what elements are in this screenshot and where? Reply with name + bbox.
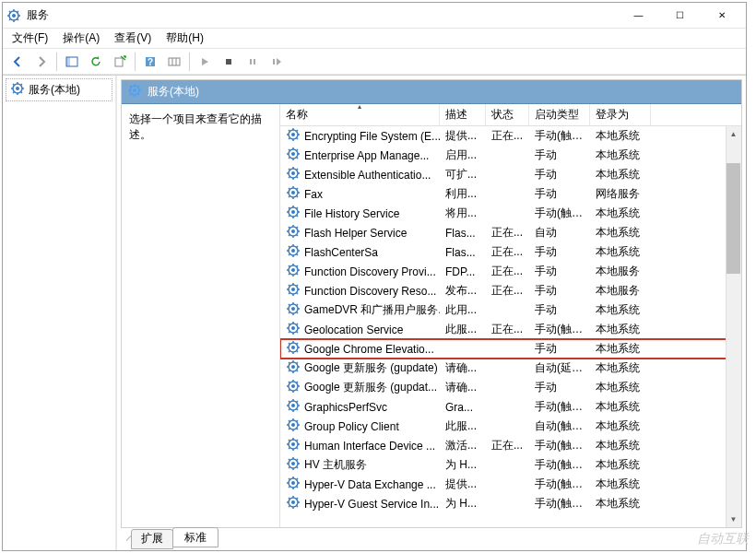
menu-help[interactable]: 帮助(H): [159, 29, 211, 48]
service-startup: 手动(触发...: [529, 399, 590, 415]
gear-icon: [286, 282, 301, 300]
table-row[interactable]: Google 更新服务 (gupdate)请确...自动(延迟...本地系统: [280, 359, 741, 378]
column-header-status[interactable]: 状态: [486, 104, 529, 125]
service-startup: 手动: [529, 167, 590, 182]
service-logon: 网络服务: [590, 186, 651, 202]
gear-icon: [286, 185, 301, 203]
refresh-button[interactable]: [85, 51, 107, 73]
scroll-thumb[interactable]: [726, 163, 740, 274]
restart-service-button[interactable]: [266, 51, 288, 73]
column-header-logon[interactable]: 登录为: [590, 104, 651, 125]
service-startup: 手动(触发...: [529, 457, 590, 473]
service-status: 正在...: [486, 225, 529, 241]
service-logon: 本地服务: [590, 283, 651, 299]
table-row[interactable]: Geolocation Service此服...正在...手动(触发...本地系…: [280, 320, 741, 339]
service-status: 正在...: [486, 438, 529, 453]
back-button[interactable]: [6, 51, 29, 73]
table-row[interactable]: FlashCenterSaFlas...正在...手动本地系统: [280, 242, 741, 262]
table-row[interactable]: Extensible Authenticatio...可扩...手动本地系统: [280, 165, 741, 184]
app-icon: [6, 8, 21, 23]
table-row[interactable]: HV 主机服务为 H...手动(触发...本地系统: [280, 455, 741, 475]
export-button[interactable]: [109, 51, 131, 73]
description-prompt: 选择一个项目来查看它的描述。: [129, 112, 272, 143]
service-description: 请确...: [440, 380, 486, 395]
menu-view[interactable]: 查看(V): [107, 29, 159, 48]
service-name: Function Discovery Reso...: [304, 285, 436, 298]
pause-service-button[interactable]: [242, 51, 264, 73]
service-logon: 本地系统: [590, 341, 651, 357]
service-startup: 手动(触发...: [529, 322, 590, 337]
table-row[interactable]: Flash Helper ServiceFlas...正在...自动本地系统: [280, 223, 741, 242]
svg-rect-12: [115, 58, 123, 66]
description-panel: 选择一个项目来查看它的描述。: [122, 104, 280, 527]
service-name: Group Policy Client: [304, 420, 399, 433]
service-startup: 手动: [529, 244, 590, 260]
table-row[interactable]: Group Policy Client此服...自动(触发...本地系统: [280, 417, 741, 436]
menu-action[interactable]: 操作(A): [55, 29, 107, 48]
menubar: 文件(F) 操作(A) 查看(V) 帮助(H): [3, 29, 746, 49]
table-row[interactable]: Google Chrome Elevatio...手动本地系统: [280, 339, 741, 359]
tab-standard[interactable]: 标准: [172, 527, 219, 547]
gear-icon: [127, 83, 142, 100]
table-row[interactable]: Google 更新服务 (gupdat...请确...手动本地系统: [280, 378, 741, 397]
gear-icon: [286, 127, 301, 145]
table-row[interactable]: Encrypting File System (E...提供...正在...手动…: [280, 126, 741, 146]
table-row[interactable]: Hyper-V Data Exchange ...提供...手动(触发...本地…: [280, 475, 741, 494]
service-logon: 本地系统: [590, 128, 651, 144]
table-row[interactable]: Hyper-V Guest Service In...为 H...手动(触发..…: [280, 494, 741, 513]
content-area: 服务(本地) 服务(本地) 选择一个项目来查看它的描述。 名称▴ 描述: [3, 75, 746, 550]
columns-button[interactable]: [163, 51, 185, 73]
tree-item-label: 服务(本地): [29, 82, 80, 98]
stop-service-button[interactable]: [218, 51, 240, 73]
forward-button[interactable]: [30, 51, 53, 73]
titlebar: 服务 — ☐ ✕: [3, 3, 746, 29]
table-row[interactable]: GameDVR 和广播用户服务...此用...手动本地系统: [280, 300, 741, 320]
service-description: 请确...: [440, 360, 486, 376]
column-header-name[interactable]: 名称▴: [280, 104, 440, 125]
table-row[interactable]: Function Discovery Reso...发布...正在...手动本地…: [280, 281, 741, 300]
gear-icon: [286, 301, 301, 319]
service-description: 提供...: [440, 128, 486, 144]
table-row[interactable]: Enterprise App Manage...启用...手动本地系统: [280, 146, 741, 165]
gear-icon: [286, 495, 301, 512]
svg-rect-20: [254, 59, 255, 65]
table-row[interactable]: GraphicsPerfSvcGra...手动(触发...本地系统: [280, 397, 741, 417]
service-status: 正在...: [486, 264, 529, 279]
tree-item-services-local[interactable]: 服务(本地): [6, 78, 112, 101]
service-startup: 手动: [529, 341, 590, 357]
list-body[interactable]: ▲ ▼ Encrypting File System (E...提供...正在.…: [280, 126, 741, 527]
service-name: Fax: [304, 188, 323, 201]
service-status: 正在...: [486, 128, 529, 144]
toolbar-separator: [189, 53, 190, 71]
scroll-down-button[interactable]: ▼: [726, 512, 741, 527]
service-description: 发布...: [440, 283, 486, 299]
maximize-button[interactable]: ☐: [659, 4, 701, 28]
service-name: Function Discovery Provi...: [304, 265, 436, 278]
service-name: Hyper-V Guest Service In...: [304, 498, 439, 511]
gear-icon: [286, 418, 301, 435]
minimize-button[interactable]: —: [618, 4, 659, 28]
service-logon: 本地系统: [590, 206, 651, 221]
table-row[interactable]: Function Discovery Provi...FDP...正在...手动…: [280, 262, 741, 281]
table-row[interactable]: Fax利用...手动网络服务: [280, 184, 741, 204]
tab-extended[interactable]: 扩展: [131, 529, 173, 549]
column-header-description[interactable]: 描述: [440, 104, 486, 125]
gear-icon: [286, 359, 301, 377]
menu-file[interactable]: 文件(F): [5, 29, 55, 48]
toolbar: ?: [3, 49, 746, 75]
service-name: Flash Helper Service: [304, 227, 407, 240]
svg-rect-11: [66, 57, 70, 66]
start-service-button[interactable]: [194, 51, 216, 73]
help-button[interactable]: ?: [139, 51, 161, 73]
vertical-scrollbar[interactable]: ▲ ▼: [726, 126, 741, 527]
column-header-startup[interactable]: 启动类型: [529, 104, 590, 125]
table-row[interactable]: Human Interface Device ...激活...正在...手动(触…: [280, 436, 741, 455]
service-name: Encrypting File System (E...: [304, 130, 440, 143]
close-button[interactable]: ✕: [701, 4, 742, 28]
service-startup: 手动: [529, 380, 590, 395]
scroll-up-button[interactable]: ▲: [726, 126, 741, 142]
show-hide-tree-button[interactable]: [61, 51, 83, 73]
table-row[interactable]: File History Service将用...手动(触发...本地系统: [280, 204, 741, 223]
service-startup: 自动: [529, 225, 590, 241]
service-description: Gra...: [440, 401, 486, 414]
